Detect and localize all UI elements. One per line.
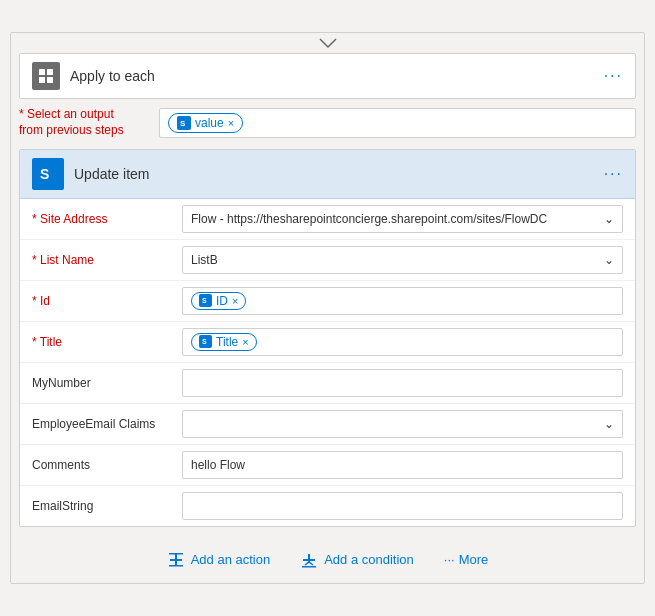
add-condition-icon (300, 551, 318, 569)
emailstring-input[interactable] (182, 492, 623, 520)
list-name-value: ListB (191, 253, 604, 267)
outer-container: Apply to each ··· * Select an output fro… (10, 32, 645, 583)
add-action-button[interactable]: Add an action (167, 551, 271, 569)
svg-text:S: S (202, 297, 207, 304)
id-control[interactable]: S ID × (182, 287, 623, 315)
employee-email-arrow: ⌄ (604, 417, 614, 431)
title-control[interactable]: S Title × (182, 328, 623, 356)
update-item-card: S Update item ··· * Site Address Flow - … (19, 149, 636, 527)
site-address-dropdown[interactable]: Flow - https://thesharepointconcierge.sh… (182, 205, 623, 233)
id-pill-remove[interactable]: × (232, 295, 238, 307)
title-pill-remove[interactable]: × (242, 336, 248, 348)
employee-email-dropdown[interactable]: ⌄ (182, 410, 623, 438)
sharepoint-icon-large: S (32, 158, 64, 190)
title-pill-icon: S (199, 335, 212, 348)
comments-row: Comments hello Flow (20, 445, 635, 486)
apply-header-title: Apply to each (70, 68, 604, 84)
value-pill-text: value (195, 116, 224, 130)
mynumber-row: MyNumber (20, 363, 635, 404)
emailstring-label: EmailString (32, 499, 182, 513)
title-pill: S Title × (191, 333, 257, 351)
list-name-row: * List Name ListB ⌄ (20, 240, 635, 281)
svg-text:S: S (40, 166, 49, 182)
update-card-header: S Update item ··· (20, 150, 635, 199)
id-label: * Id (32, 294, 182, 308)
employee-email-label: EmployeeEmail Claims (32, 417, 182, 431)
emailstring-row: EmailString (20, 486, 635, 526)
action-bar: Add an action Add a condition ··· More (11, 537, 644, 583)
comments-input[interactable]: hello Flow (182, 451, 623, 479)
site-address-label: * Site Address (32, 212, 182, 226)
apply-to-each-header: Apply to each ··· (19, 53, 636, 99)
mynumber-input[interactable] (182, 369, 623, 397)
comments-value: hello Flow (191, 458, 614, 472)
id-pill: S ID × (191, 292, 246, 310)
more-button[interactable]: ··· More (444, 552, 488, 567)
svg-text:S: S (180, 119, 186, 128)
site-address-value: Flow - https://thesharepointconcierge.sh… (191, 212, 604, 226)
select-output-label: * Select an output from previous steps (19, 107, 159, 138)
value-pill-container[interactable]: S value × (159, 108, 636, 138)
title-row: * Title S Title × (20, 322, 635, 363)
update-card-menu[interactable]: ··· (604, 165, 623, 183)
svg-rect-2 (39, 77, 45, 83)
mynumber-label: MyNumber (32, 376, 182, 390)
id-pill-icon: S (199, 294, 212, 307)
title-pill-text: Title (216, 335, 238, 349)
svg-rect-10 (169, 565, 183, 567)
more-dots: ··· (444, 552, 455, 567)
add-action-icon (167, 551, 185, 569)
top-arrow (11, 33, 644, 49)
employee-email-row: EmployeeEmail Claims ⌄ (20, 404, 635, 445)
site-address-arrow: ⌄ (604, 212, 614, 226)
site-address-row: * Site Address Flow - https://thesharepo… (20, 199, 635, 240)
add-condition-button[interactable]: Add a condition (300, 551, 414, 569)
svg-rect-1 (47, 69, 53, 75)
svg-rect-14 (302, 566, 316, 568)
apply-to-each-icon (32, 62, 60, 90)
update-card-title: Update item (74, 166, 604, 182)
list-name-dropdown[interactable]: ListB ⌄ (182, 246, 623, 274)
value-pill: S value × (168, 113, 243, 133)
svg-rect-13 (308, 554, 310, 562)
svg-rect-3 (47, 77, 53, 83)
list-name-arrow: ⌄ (604, 253, 614, 267)
svg-text:S: S (202, 338, 207, 345)
title-label: * Title (32, 335, 182, 349)
select-output-row: * Select an output from previous steps S… (19, 107, 636, 138)
comments-label: Comments (32, 458, 182, 472)
list-name-label: * List Name (32, 253, 182, 267)
add-condition-label: Add a condition (324, 552, 414, 567)
id-pill-text: ID (216, 294, 228, 308)
id-row: * Id S ID × (20, 281, 635, 322)
value-pill-icon: S (177, 116, 191, 130)
svg-rect-0 (39, 69, 45, 75)
more-label: More (459, 552, 489, 567)
add-action-label: Add an action (191, 552, 271, 567)
svg-rect-11 (169, 553, 183, 555)
apply-header-menu[interactable]: ··· (604, 67, 623, 85)
value-pill-remove[interactable]: × (228, 117, 234, 129)
svg-rect-9 (175, 554, 177, 566)
